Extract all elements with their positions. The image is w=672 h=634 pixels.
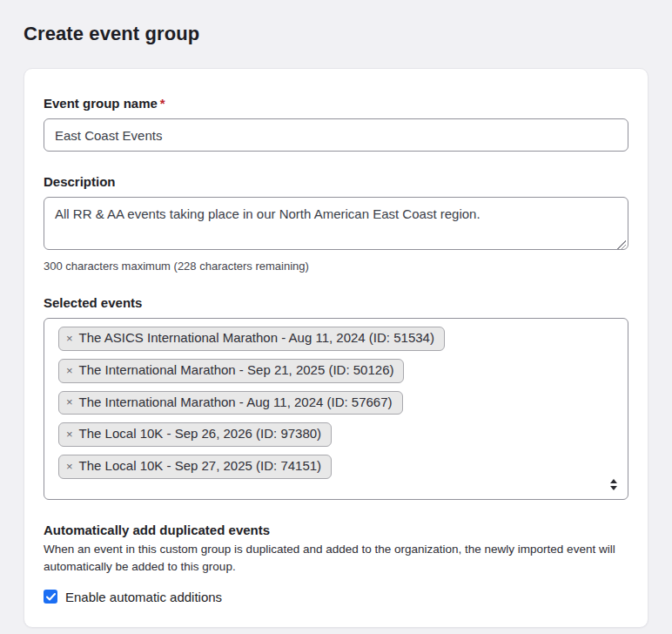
chevron-down-icon [610,486,617,490]
event-chip[interactable]: ×The ASICS International Marathon - Aug … [58,327,445,351]
character-limit-helper: 300 characters maximum (228 characters r… [44,260,628,273]
event-chip[interactable]: ×The Local 10K - Sep 26, 2026 (ID: 97380… [58,422,332,447]
checkmark-icon [46,593,56,601]
selected-events-listbox[interactable]: ×The ASICS International Marathon - Aug … [44,318,628,500]
description-label: Description [44,174,628,189]
event-chip-label: The International Marathon - Sep 21, 202… [79,362,394,379]
event-chip-row: ×The International Marathon - Sep 21, 20… [58,359,614,391]
chip-remove-icon[interactable]: × [66,333,73,344]
event-chip-row: ×The ASICS International Marathon - Aug … [58,327,614,359]
selected-events-field-group: Selected events ×The ASICS International… [44,295,628,500]
event-chip[interactable]: ×The International Marathon - Aug 11, 20… [58,391,403,415]
enable-auto-additions-checkbox[interactable] [44,590,57,604]
enable-auto-additions-row: Enable automatic additions [44,590,628,604]
event-group-name-label-text: Event group name [44,96,158,111]
create-event-group-page: Create event group Event group name* Des… [0,0,672,628]
listbox-scroll-spinner-icon[interactable] [610,479,617,490]
auto-add-description: When an event in this custom group is du… [44,541,628,577]
page-title: Create event group [24,23,648,45]
event-chip-row: ×The Local 10K - Sep 27, 2025 (ID: 74151… [58,455,614,487]
description-textarea-wrap: All RR & AA events taking place in our N… [44,197,628,253]
event-chip-label: The Local 10K - Sep 26, 2026 (ID: 97380) [79,426,322,442]
event-chip-row: ×The Local 10K - Sep 26, 2026 (ID: 97380… [58,422,614,455]
event-chip[interactable]: ×The International Marathon - Sep 21, 20… [58,359,404,383]
auto-add-heading: Automatically add duplicated events [44,523,628,537]
required-asterisk: * [160,96,165,111]
event-group-name-input[interactable] [44,118,628,152]
chip-remove-icon[interactable]: × [66,365,73,376]
chevron-up-icon [610,479,617,483]
event-chip-label: The Local 10K - Sep 27, 2025 (ID: 74151) [79,458,322,475]
auto-add-section: Automatically add duplicated events When… [44,523,628,604]
event-chip[interactable]: ×The Local 10K - Sep 27, 2025 (ID: 74151… [58,455,332,479]
event-chip-row: ×The International Marathon - Aug 11, 20… [58,391,614,423]
description-field-group: Description All RR & AA events taking pl… [44,174,628,273]
selected-events-label: Selected events [44,295,628,310]
form-card: Event group name* Description All RR & A… [24,68,648,628]
chip-remove-icon[interactable]: × [66,461,73,472]
chip-remove-icon[interactable]: × [66,396,73,408]
description-textarea[interactable]: All RR & AA events taking place in our N… [44,197,628,250]
event-group-name-label: Event group name* [44,96,628,111]
event-group-name-field-group: Event group name* [44,96,628,152]
event-chip-label: The ASICS International Marathon - Aug 1… [79,330,434,347]
enable-auto-additions-label[interactable]: Enable automatic additions [65,590,222,604]
chip-remove-icon[interactable]: × [66,428,73,440]
event-chip-label: The International Marathon - Aug 11, 202… [79,395,393,411]
